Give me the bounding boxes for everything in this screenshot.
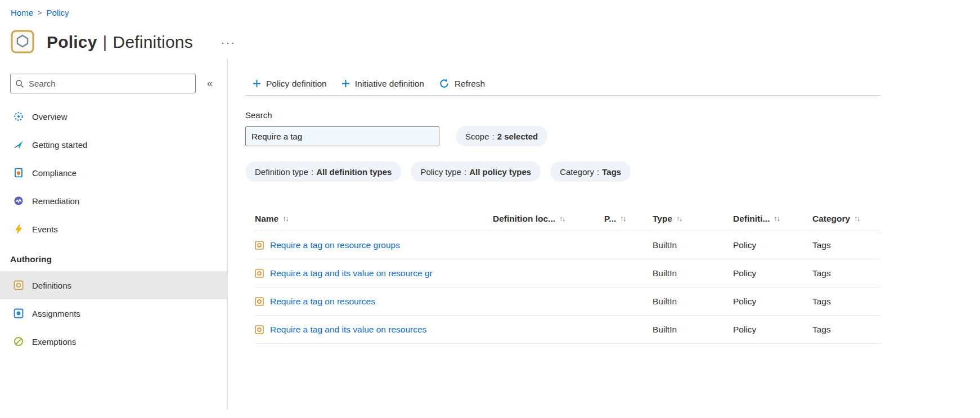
definition-type-cell: Policy xyxy=(733,296,812,307)
breadcrumb: Home > Policy xyxy=(11,6,980,19)
type-cell: BuiltIn xyxy=(653,296,733,307)
definitions-search-input[interactable] xyxy=(251,132,433,141)
more-menu-button[interactable]: ··· xyxy=(218,34,239,51)
sidebar-item-label: Compliance xyxy=(32,168,77,178)
pill-value: Tags xyxy=(602,167,621,177)
policy-type-filter-pill[interactable]: Policy type : All policy types xyxy=(411,161,541,182)
pill-separator: : xyxy=(492,132,495,141)
sidebar-item-getting-started[interactable]: Getting started xyxy=(0,131,227,159)
compliance-icon xyxy=(14,168,24,178)
definition-link[interactable]: Require a tag on resource groups xyxy=(270,240,400,250)
sidebar-search-input[interactable] xyxy=(29,79,191,88)
page-title-main: Policy xyxy=(47,33,97,51)
sidebar-item-overview[interactable]: Overview xyxy=(0,102,227,131)
command-bar: Policy definition Initiative definition … xyxy=(245,72,881,96)
table-row[interactable]: Require a tag and its value on resources… xyxy=(255,316,881,344)
breadcrumb-home-link[interactable]: Home xyxy=(11,8,33,17)
sidebar: « Overview Getting started xyxy=(0,59,228,409)
sidebar-item-label: Events xyxy=(32,224,58,234)
search-icon xyxy=(15,79,24,88)
pill-label: Definition type xyxy=(255,167,308,177)
sidebar-item-remediation[interactable]: Remediation xyxy=(0,187,227,215)
plus-icon xyxy=(341,79,350,88)
category-cell: Tags xyxy=(812,296,881,307)
policy-definition-button[interactable]: Policy definition xyxy=(245,72,334,95)
breadcrumb-chevron-icon: > xyxy=(38,8,42,17)
column-header-name[interactable]: Name ↑↓ xyxy=(255,214,493,224)
sidebar-item-label: Definitions xyxy=(32,281,71,290)
sidebar-section-authoring: Authoring xyxy=(0,243,227,271)
sidebar-item-events[interactable]: Events xyxy=(0,215,227,243)
table-row[interactable]: Require a tag on resource groups BuiltIn… xyxy=(255,231,881,259)
definition-link[interactable]: Require a tag on resources xyxy=(270,296,375,307)
search-label: Search xyxy=(245,110,881,120)
page-title-separator: | xyxy=(103,33,107,51)
sort-icon: ↑↓ xyxy=(282,215,288,223)
definitions-icon xyxy=(14,280,24,290)
remediation-icon xyxy=(14,196,24,206)
pill-separator: : xyxy=(311,167,313,177)
sort-icon: ↑↓ xyxy=(620,215,626,223)
type-cell: BuiltIn xyxy=(653,240,733,250)
main-content: Policy definition Initiative definition … xyxy=(228,59,901,409)
policy-icon xyxy=(11,28,37,57)
sidebar-search-box[interactable] xyxy=(10,74,196,93)
pill-label: Category xyxy=(560,167,594,177)
column-header-category[interactable]: Category ↑↓ xyxy=(812,214,881,224)
initiative-definition-button[interactable]: Initiative definition xyxy=(334,72,431,95)
sidebar-item-label: Getting started xyxy=(32,140,87,150)
refresh-icon xyxy=(439,78,449,89)
sidebar-item-label: Remediation xyxy=(32,196,79,206)
policy-definition-icon xyxy=(255,297,264,306)
pill-separator: : xyxy=(464,167,466,177)
sidebar-item-definitions[interactable]: Definitions xyxy=(0,271,227,299)
policy-definition-label: Policy definition xyxy=(266,79,327,89)
assignments-icon xyxy=(14,308,24,318)
sidebar-item-compliance[interactable]: Compliance xyxy=(0,159,227,187)
category-filter-pill[interactable]: Category : Tags xyxy=(550,161,631,182)
column-header-type[interactable]: Type ↑↓ xyxy=(653,214,733,224)
pill-value: All definition types xyxy=(316,167,392,177)
policy-definition-icon xyxy=(255,269,264,278)
pill-value: All policy types xyxy=(469,167,531,177)
definition-link[interactable]: Require a tag and its value on resource … xyxy=(270,268,433,278)
sort-icon: ↑↓ xyxy=(559,215,565,223)
pill-value: 2 selected xyxy=(497,132,538,141)
breadcrumb-policy-link[interactable]: Policy xyxy=(47,8,69,17)
getting-started-icon xyxy=(14,140,24,150)
column-header-definition-location[interactable]: Definition loc... ↑↓ xyxy=(493,214,604,224)
initiative-definition-label: Initiative definition xyxy=(355,79,424,89)
collapse-sidebar-button[interactable]: « xyxy=(204,77,216,91)
refresh-button[interactable]: Refresh xyxy=(431,72,492,95)
overview-icon xyxy=(14,111,24,122)
column-header-p[interactable]: P... ↑↓ xyxy=(604,214,653,224)
exemptions-icon xyxy=(14,336,24,347)
table-row[interactable]: Require a tag and its value on resource … xyxy=(255,259,881,287)
sidebar-item-label: Exemptions xyxy=(32,337,76,347)
sidebar-item-assignments[interactable]: Assignments xyxy=(0,299,227,327)
sort-icon: ↑↓ xyxy=(676,215,682,223)
scope-filter-pill[interactable]: Scope : 2 selected xyxy=(456,126,547,146)
category-cell: Tags xyxy=(812,325,881,335)
definition-type-cell: Policy xyxy=(733,268,812,278)
sort-icon: ↑↓ xyxy=(854,215,860,223)
column-header-definition-type[interactable]: Definiti... ↑↓ xyxy=(733,214,812,224)
pill-label: Policy type xyxy=(420,167,461,177)
definition-type-cell: Policy xyxy=(733,325,812,335)
sort-icon: ↑↓ xyxy=(774,215,779,223)
definition-link[interactable]: Require a tag and its value on resources xyxy=(270,325,426,335)
table-row[interactable]: Require a tag on resources BuiltIn Polic… xyxy=(255,287,881,316)
category-cell: Tags xyxy=(812,240,881,250)
refresh-label: Refresh xyxy=(455,79,485,89)
page-title: Policy|Definitions xyxy=(47,33,193,52)
pill-label: Scope xyxy=(465,132,489,141)
type-cell: BuiltIn xyxy=(653,268,733,278)
page-title-subtitle: Definitions xyxy=(113,33,193,51)
category-cell: Tags xyxy=(812,268,881,278)
policy-definition-icon xyxy=(255,325,264,334)
table-header-row: Name ↑↓ Definition loc... ↑↓ P... ↑↓ Typ… xyxy=(255,206,881,231)
definitions-search-box[interactable] xyxy=(245,126,439,146)
sidebar-item-exemptions[interactable]: Exemptions xyxy=(0,327,227,356)
policy-definition-icon xyxy=(255,241,264,250)
definition-type-filter-pill[interactable]: Definition type : All definition types xyxy=(245,161,401,182)
